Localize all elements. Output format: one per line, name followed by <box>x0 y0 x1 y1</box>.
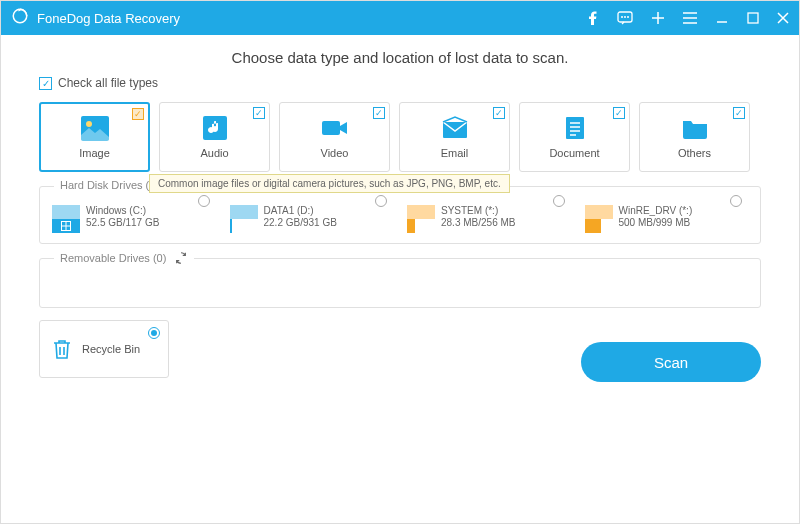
svg-point-4 <box>624 16 626 18</box>
drive-icon <box>52 205 80 233</box>
page-heading: Choose data type and location of lost da… <box>39 49 761 66</box>
scan-button[interactable]: Scan <box>581 342 761 382</box>
svg-rect-10 <box>322 121 340 135</box>
drive-name: WinRE_DRV (*:) <box>619 205 693 216</box>
removable-section-title: Removable Drives (0) <box>54 251 194 265</box>
drive-item[interactable]: WinRE_DRV (*:)500 MB/999 MB <box>585 205 749 233</box>
svg-rect-14 <box>62 222 66 226</box>
drive-radio[interactable] <box>198 195 210 207</box>
check-all-checkbox[interactable]: ✓ <box>39 77 52 90</box>
file-types-row: ✓ Image ✓ Audio ✓ Video ✓ Email ✓ Docume… <box>39 102 761 172</box>
svg-rect-12 <box>566 117 584 139</box>
recycle-radio[interactable] <box>148 327 160 339</box>
drive-size: 52.5 GB/117 GB <box>86 217 159 228</box>
facebook-icon[interactable] <box>587 11 599 25</box>
type-checkbox[interactable]: ✓ <box>613 107 625 119</box>
svg-point-8 <box>86 121 92 127</box>
email-icon <box>440 115 470 141</box>
trash-icon <box>50 337 74 361</box>
minimize-icon[interactable] <box>715 11 729 25</box>
recycle-label: Recycle Bin <box>82 343 140 355</box>
check-all-types[interactable]: ✓ Check all file types <box>39 76 761 90</box>
type-checkbox[interactable]: ✓ <box>253 107 265 119</box>
type-label: Document <box>549 147 599 159</box>
close-icon[interactable] <box>777 12 789 24</box>
maximize-icon[interactable] <box>747 12 759 24</box>
drive-size: 500 MB/999 MB <box>619 217 693 228</box>
drive-name: Windows (C:) <box>86 205 159 216</box>
drive-item[interactable]: Windows (C:)52.5 GB/117 GB <box>52 205 216 233</box>
drive-radio[interactable] <box>553 195 565 207</box>
app-title: FoneDog Data Recovery <box>37 11 180 26</box>
video-icon <box>320 115 350 141</box>
titlebar: FoneDog Data Recovery <box>1 1 799 35</box>
drive-icon <box>407 205 435 233</box>
type-label: Others <box>678 147 711 159</box>
type-card-email[interactable]: ✓ Email <box>399 102 510 172</box>
drive-size: 28.3 MB/256 MB <box>441 217 515 228</box>
type-checkbox[interactable]: ✓ <box>132 108 144 120</box>
type-label: Image <box>79 147 110 159</box>
type-label: Video <box>321 147 349 159</box>
type-card-document[interactable]: ✓ Document <box>519 102 630 172</box>
type-checkbox[interactable]: ✓ <box>493 107 505 119</box>
svg-rect-15 <box>67 222 71 226</box>
drive-name: SYSTEM (*:) <box>441 205 515 216</box>
svg-rect-17 <box>67 227 71 231</box>
drive-size: 22.2 GB/931 GB <box>264 217 337 228</box>
hdd-section: Hard Disk Drives (4) Windows (C:)52.5 GB… <box>39 186 761 244</box>
image-icon <box>80 115 110 141</box>
type-card-video[interactable]: ✓ Video <box>279 102 390 172</box>
type-checkbox[interactable]: ✓ <box>373 107 385 119</box>
drive-radio[interactable] <box>375 195 387 207</box>
svg-rect-6 <box>748 13 758 23</box>
svg-rect-16 <box>62 227 66 231</box>
drive-name: DATA1 (D:) <box>264 205 337 216</box>
plus-icon[interactable] <box>651 11 665 25</box>
audio-icon <box>200 115 230 141</box>
recycle-bin-card[interactable]: Recycle Bin <box>39 320 169 378</box>
type-label: Email <box>441 147 469 159</box>
refresh-icon[interactable] <box>174 251 188 265</box>
drive-icon <box>585 205 613 233</box>
folder-icon <box>680 115 710 141</box>
svg-point-3 <box>621 16 623 18</box>
check-all-label: Check all file types <box>58 76 158 90</box>
menu-icon[interactable] <box>683 12 697 24</box>
drive-item[interactable]: DATA1 (D:)22.2 GB/931 GB <box>230 205 394 233</box>
removable-section: Removable Drives (0) <box>39 258 761 308</box>
svg-point-5 <box>627 16 629 18</box>
drive-item[interactable]: SYSTEM (*:)28.3 MB/256 MB <box>407 205 571 233</box>
type-card-others[interactable]: ✓ Others <box>639 102 750 172</box>
tooltip: Common image files or digital camera pic… <box>149 174 510 193</box>
app-logo-icon <box>11 7 37 29</box>
removable-title-text: Removable Drives (0) <box>60 252 166 264</box>
drive-radio[interactable] <box>730 195 742 207</box>
type-label: Audio <box>200 147 228 159</box>
type-card-image[interactable]: ✓ Image <box>39 102 150 172</box>
document-icon <box>560 115 590 141</box>
titlebar-actions <box>587 11 789 25</box>
type-checkbox[interactable]: ✓ <box>733 107 745 119</box>
feedback-icon[interactable] <box>617 11 633 25</box>
drive-icon <box>230 205 258 233</box>
type-card-audio[interactable]: ✓ Audio <box>159 102 270 172</box>
